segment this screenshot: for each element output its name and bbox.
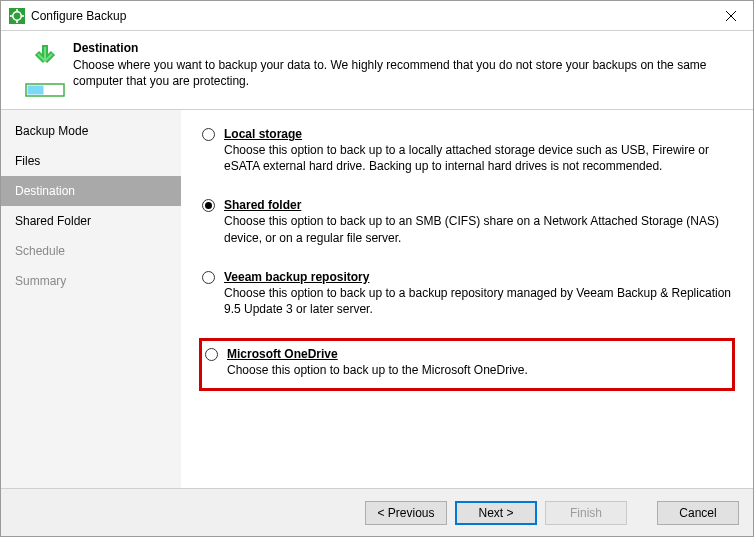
finish-button: Finish xyxy=(545,501,627,525)
window-title: Configure Backup xyxy=(31,9,708,23)
next-button[interactable]: Next > xyxy=(455,501,537,525)
radio-button[interactable] xyxy=(202,271,215,284)
titlebar: Configure Backup xyxy=(1,1,753,31)
option-title: Microsoft OneDrive xyxy=(227,347,729,361)
close-button[interactable] xyxy=(708,1,753,31)
wizard-content: Local storageChoose this option to back … xyxy=(181,110,753,488)
wizard-footer: < Previous Next > Finish Cancel xyxy=(1,488,753,536)
sidebar-item-destination[interactable]: Destination xyxy=(1,176,181,206)
destination-option-shared-folder[interactable]: Shared folderChoose this option to back … xyxy=(199,195,735,248)
option-description: Choose this option to back up to the Mic… xyxy=(227,362,729,378)
option-description: Choose this option to back up to a local… xyxy=(224,142,732,174)
sidebar-item-summary[interactable]: Summary xyxy=(1,266,181,296)
sidebar-item-backup-mode[interactable]: Backup Mode xyxy=(1,116,181,146)
option-title: Shared folder xyxy=(224,198,732,212)
wizard-sidebar: Backup ModeFilesDestinationShared Folder… xyxy=(1,110,181,488)
wizard-header: Destination Choose where you want to bac… xyxy=(1,31,753,110)
svg-rect-9 xyxy=(28,86,44,95)
option-description: Choose this option to back up to a backu… xyxy=(224,285,732,317)
previous-button[interactable]: < Previous xyxy=(365,501,447,525)
destination-option-local-storage[interactable]: Local storageChoose this option to back … xyxy=(199,124,735,177)
close-icon xyxy=(726,11,736,21)
radio-button[interactable] xyxy=(202,199,215,212)
header-icon xyxy=(17,41,73,97)
option-description: Choose this option to back up to an SMB … xyxy=(224,213,732,245)
option-title: Veeam backup repository xyxy=(224,270,732,284)
radio-button[interactable] xyxy=(205,348,218,361)
app-icon xyxy=(9,8,25,24)
option-title: Local storage xyxy=(224,127,732,141)
radio-button[interactable] xyxy=(202,128,215,141)
destination-option-veeam-backup-repository[interactable]: Veeam backup repositoryChoose this optio… xyxy=(199,267,735,320)
svg-rect-3 xyxy=(16,20,18,23)
svg-rect-5 xyxy=(21,15,24,17)
svg-rect-4 xyxy=(10,15,13,17)
sidebar-item-files[interactable]: Files xyxy=(1,146,181,176)
header-title: Destination xyxy=(73,41,737,55)
configure-backup-window: Configure Backup Destination Choose wher… xyxy=(0,0,754,537)
destination-option-microsoft-onedrive[interactable]: Microsoft OneDriveChoose this option to … xyxy=(199,338,735,391)
wizard-body: Backup ModeFilesDestinationShared Folder… xyxy=(1,110,753,488)
sidebar-item-shared-folder[interactable]: Shared Folder xyxy=(1,206,181,236)
header-description: Choose where you want to backup your dat… xyxy=(73,57,737,89)
cancel-button[interactable]: Cancel xyxy=(657,501,739,525)
svg-rect-2 xyxy=(16,9,18,12)
sidebar-item-schedule[interactable]: Schedule xyxy=(1,236,181,266)
